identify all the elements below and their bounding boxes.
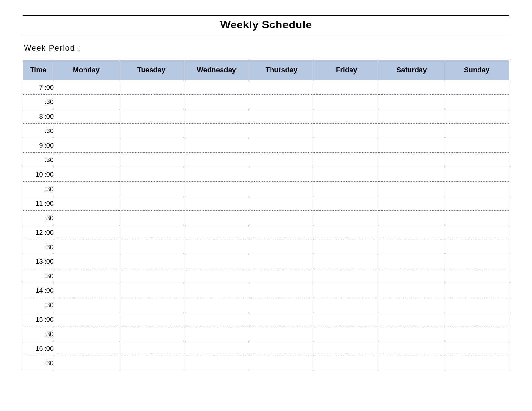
- schedule-cell[interactable]: [119, 240, 184, 254]
- schedule-cell[interactable]: [54, 80, 119, 95]
- schedule-cell[interactable]: [119, 356, 184, 370]
- schedule-cell[interactable]: [379, 95, 444, 109]
- schedule-cell[interactable]: [54, 283, 119, 298]
- schedule-cell[interactable]: [184, 124, 249, 138]
- schedule-cell[interactable]: [54, 269, 119, 283]
- schedule-cell[interactable]: [379, 167, 444, 182]
- schedule-cell[interactable]: [444, 80, 509, 95]
- schedule-cell[interactable]: [249, 182, 314, 196]
- schedule-cell[interactable]: [444, 312, 509, 327]
- schedule-cell[interactable]: [444, 327, 509, 341]
- schedule-cell[interactable]: [444, 138, 509, 153]
- schedule-cell[interactable]: [184, 138, 249, 153]
- schedule-cell[interactable]: [379, 269, 444, 283]
- schedule-cell[interactable]: [184, 283, 249, 298]
- schedule-cell[interactable]: [314, 124, 379, 138]
- schedule-cell[interactable]: [54, 225, 119, 240]
- schedule-cell[interactable]: [379, 298, 444, 312]
- schedule-cell[interactable]: [184, 211, 249, 225]
- schedule-cell[interactable]: [314, 341, 379, 356]
- schedule-cell[interactable]: [314, 254, 379, 269]
- schedule-cell[interactable]: [444, 225, 509, 240]
- schedule-cell[interactable]: [314, 211, 379, 225]
- schedule-cell[interactable]: [314, 283, 379, 298]
- schedule-cell[interactable]: [54, 138, 119, 153]
- schedule-cell[interactable]: [54, 182, 119, 196]
- schedule-cell[interactable]: [379, 327, 444, 341]
- schedule-cell[interactable]: [444, 211, 509, 225]
- schedule-cell[interactable]: [54, 153, 119, 167]
- schedule-cell[interactable]: [184, 312, 249, 327]
- schedule-cell[interactable]: [249, 254, 314, 269]
- schedule-cell[interactable]: [314, 95, 379, 109]
- schedule-cell[interactable]: [249, 211, 314, 225]
- schedule-cell[interactable]: [184, 95, 249, 109]
- schedule-cell[interactable]: [119, 283, 184, 298]
- schedule-cell[interactable]: [314, 80, 379, 95]
- schedule-cell[interactable]: [444, 283, 509, 298]
- schedule-cell[interactable]: [184, 240, 249, 254]
- schedule-cell[interactable]: [184, 225, 249, 240]
- schedule-cell[interactable]: [119, 138, 184, 153]
- schedule-cell[interactable]: [379, 240, 444, 254]
- schedule-cell[interactable]: [54, 167, 119, 182]
- schedule-cell[interactable]: [54, 124, 119, 138]
- schedule-cell[interactable]: [379, 356, 444, 370]
- schedule-cell[interactable]: [54, 327, 119, 341]
- schedule-cell[interactable]: [249, 138, 314, 153]
- schedule-cell[interactable]: [184, 356, 249, 370]
- schedule-cell[interactable]: [119, 225, 184, 240]
- schedule-cell[interactable]: [444, 153, 509, 167]
- schedule-cell[interactable]: [249, 95, 314, 109]
- schedule-cell[interactable]: [379, 254, 444, 269]
- schedule-cell[interactable]: [249, 269, 314, 283]
- schedule-cell[interactable]: [184, 167, 249, 182]
- schedule-cell[interactable]: [314, 225, 379, 240]
- schedule-cell[interactable]: [249, 298, 314, 312]
- schedule-cell[interactable]: [54, 211, 119, 225]
- schedule-cell[interactable]: [119, 298, 184, 312]
- schedule-cell[interactable]: [119, 167, 184, 182]
- schedule-cell[interactable]: [444, 298, 509, 312]
- schedule-cell[interactable]: [379, 80, 444, 95]
- schedule-cell[interactable]: [249, 80, 314, 95]
- schedule-cell[interactable]: [119, 269, 184, 283]
- schedule-cell[interactable]: [184, 254, 249, 269]
- schedule-cell[interactable]: [314, 240, 379, 254]
- schedule-cell[interactable]: [314, 327, 379, 341]
- schedule-cell[interactable]: [444, 95, 509, 109]
- schedule-cell[interactable]: [314, 356, 379, 370]
- schedule-cell[interactable]: [379, 283, 444, 298]
- schedule-cell[interactable]: [379, 196, 444, 211]
- schedule-cell[interactable]: [119, 182, 184, 196]
- schedule-cell[interactable]: [314, 312, 379, 327]
- schedule-cell[interactable]: [314, 153, 379, 167]
- schedule-cell[interactable]: [54, 95, 119, 109]
- schedule-cell[interactable]: [184, 341, 249, 356]
- schedule-cell[interactable]: [379, 341, 444, 356]
- schedule-cell[interactable]: [444, 167, 509, 182]
- schedule-cell[interactable]: [119, 211, 184, 225]
- schedule-cell[interactable]: [249, 356, 314, 370]
- schedule-cell[interactable]: [444, 341, 509, 356]
- schedule-cell[interactable]: [314, 182, 379, 196]
- schedule-cell[interactable]: [444, 196, 509, 211]
- schedule-cell[interactable]: [249, 283, 314, 298]
- schedule-cell[interactable]: [379, 312, 444, 327]
- schedule-cell[interactable]: [54, 356, 119, 370]
- schedule-cell[interactable]: [119, 341, 184, 356]
- schedule-cell[interactable]: [184, 196, 249, 211]
- schedule-cell[interactable]: [379, 211, 444, 225]
- schedule-cell[interactable]: [249, 240, 314, 254]
- schedule-cell[interactable]: [249, 153, 314, 167]
- schedule-cell[interactable]: [314, 196, 379, 211]
- schedule-cell[interactable]: [249, 167, 314, 182]
- schedule-cell[interactable]: [119, 254, 184, 269]
- schedule-cell[interactable]: [379, 182, 444, 196]
- schedule-cell[interactable]: [249, 124, 314, 138]
- schedule-cell[interactable]: [184, 298, 249, 312]
- schedule-cell[interactable]: [184, 153, 249, 167]
- schedule-cell[interactable]: [444, 254, 509, 269]
- schedule-cell[interactable]: [119, 312, 184, 327]
- schedule-cell[interactable]: [314, 298, 379, 312]
